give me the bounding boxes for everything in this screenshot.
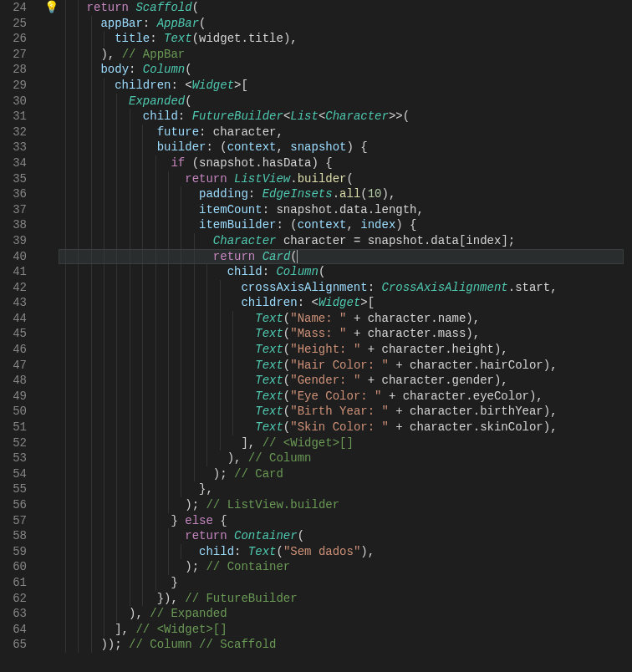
line-number: 50 [8,404,27,420]
token-pun: + [389,420,410,434]
code-line[interactable]: builder: (context, snapshot) { [59,140,624,155]
indent-guide [116,451,117,466]
indent-guide [104,420,104,435]
code-line[interactable]: }), // FutureBuilder [59,591,624,607]
code-line[interactable]: itemBuilder: (context, index) { [59,217,624,233]
indent-guide [130,435,130,451]
code-line[interactable]: Text("Gender: " + character.gender), [59,373,624,389]
code-line[interactable]: Character character = snapshot.data[inde… [59,233,624,249]
indent-guide [91,264,92,280]
token-fn: all [339,187,360,201]
code-line[interactable]: ), // Column [59,451,624,466]
code-line[interactable]: ); // Card [59,466,624,482]
token-prop: builder [157,140,206,154]
code-line[interactable]: padding: EdgeInsets.all(10), [59,186,624,202]
line-number: 35 [8,171,27,187]
token-kw: return [87,1,129,14]
token-pun: ( [192,32,199,45]
code-line[interactable]: ); // Container [59,559,624,575]
code-line[interactable]: title: Text(widget.title), [59,31,624,47]
code-line[interactable]: return Card( [59,249,624,265]
indent-guide [168,171,169,187]
token-prop: padding [199,187,248,201]
code-line[interactable]: Text("Hair Color: " + character.hairColo… [59,358,624,374]
token-pun: : [129,63,143,76]
indent-guide [142,125,143,140]
indent-guide [78,497,79,513]
indent-guide [104,311,104,327]
code-line[interactable]: Text("Mass: " + character.mass), [59,326,624,342]
token-pun: ), [129,607,150,620]
indent-guide [206,264,207,280]
indent-guide [155,497,156,513]
code-line[interactable]: Text("Eye Color: " + character.eyeColor)… [59,389,624,405]
indent-guide [155,513,156,529]
code-line[interactable]: crossAxisAlignment: CrossAxisAlignment.s… [59,280,624,296]
code-line[interactable]: ], // <Widget>[] [59,622,624,638]
indent-guide [130,559,130,575]
indent-guide [181,404,181,420]
code-line[interactable]: child: Column( [59,264,624,280]
code-line[interactable]: children: <Widget>[ [59,78,624,94]
token-cls: Expanded [129,94,185,108]
code-line[interactable]: ], // <Widget>[] [59,435,624,451]
token-pun: : ( [276,218,297,232]
token-pun: , [276,140,290,154]
code-area[interactable]: return Scaffold( appBar: AppBar( title: … [59,0,632,672]
token-cls: Card [262,250,291,263]
indent-guide [78,435,79,451]
code-line[interactable]: Text("Birth Year: " + character.birthYea… [59,404,624,420]
indent-guide [78,280,79,296]
code-line[interactable]: Text("Skin Color: " + character.skinColo… [59,420,624,435]
code-line[interactable]: )); // Column // Scaffold [59,637,624,653]
code-line[interactable]: appBar: AppBar( [59,16,624,32]
indent-guide [104,622,104,638]
code-line[interactable]: children: <Widget>[ [59,295,624,311]
token-var: character [410,420,473,434]
token-pun: + [360,374,381,387]
code-line[interactable]: child: Text("Sem dados"), [59,544,624,560]
indent-guide [155,544,156,560]
code-line[interactable]: Text("Name: " + character.name), [59,311,624,327]
code-line[interactable]: return ListView.builder( [59,171,624,187]
indent-guide [168,435,169,451]
indent-guide [142,404,143,420]
code-line[interactable]: ); // ListView.builder [59,497,624,513]
code-line[interactable]: body: Column( [59,62,624,78]
code-line[interactable]: itemCount: snapshot.data.length, [59,202,624,218]
indent-guide [78,47,79,63]
line-number: 53 [8,451,27,466]
token-prop: child [143,109,178,123]
token-fn: builder [298,172,347,186]
token-pun: ( [283,312,290,325]
code-line[interactable]: return Container( [59,528,624,544]
code-line[interactable]: } [59,575,624,591]
indent-guide [116,171,117,187]
indent-guide [65,295,66,311]
code-line[interactable]: Text("Height: " + character.height), [59,342,624,358]
indent-guide [116,420,117,435]
indent-guide [142,544,143,560]
indent-guide [206,389,207,405]
code-line[interactable]: Expanded( [59,94,624,109]
code-line[interactable]: if (snapshot.hasData) { [59,155,624,171]
code-line[interactable]: }, [59,481,624,497]
token-var: index [466,234,501,247]
code-line[interactable]: child: FutureBuilder<List<Character>>( [59,109,624,125]
token-pun: . [445,374,451,387]
token-pun: ( [283,420,290,434]
indent-guide [130,544,130,560]
code-line[interactable]: } else { [59,513,624,529]
token-pun: . [431,327,437,340]
code-line[interactable]: future: character, [59,125,624,140]
code-line[interactable]: ), // AppBar [59,47,624,63]
indent-guide [181,481,181,497]
code-line[interactable]: ), // Expanded [59,606,624,622]
line-number: 59 [8,544,27,560]
code-line[interactable]: return Scaffold( [59,0,624,16]
lightbulb-icon[interactable]: 💡 [44,0,59,16]
indent-guide [91,202,92,218]
indent-guide [78,575,79,591]
code-editor[interactable]: 2425262728293031323334353637383940414243… [0,0,632,672]
line-number: 39 [8,233,27,249]
